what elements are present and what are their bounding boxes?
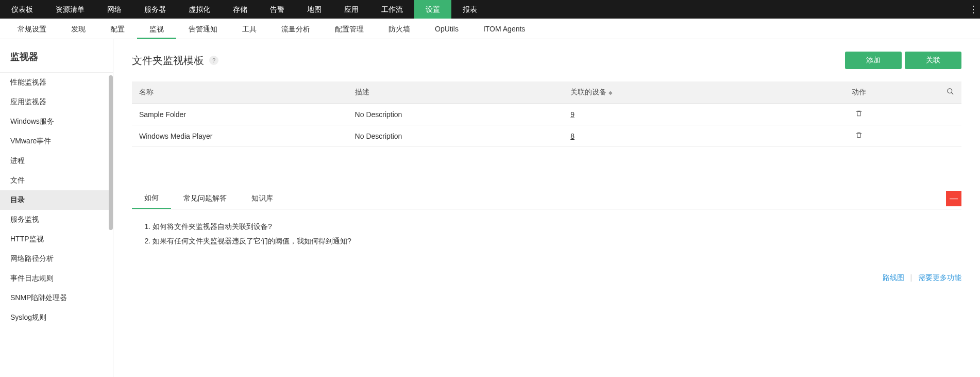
col-name[interactable]: 名称 [132, 81, 348, 104]
cell-name: Sample Folder [132, 104, 348, 125]
sub-nav-item[interactable]: 配置 [98, 19, 137, 39]
top-nav-item-settings[interactable]: 设置 [414, 0, 451, 19]
sub-nav-item[interactable]: 流量分析 [269, 19, 323, 39]
cell-name: Windows Media Player [132, 125, 348, 147]
top-nav-item[interactable]: 告警 [259, 0, 296, 19]
sidebar-item[interactable]: HTTP监视 [0, 230, 113, 249]
top-nav-item[interactable]: 地图 [296, 0, 333, 19]
sub-nav-item[interactable]: 配置管理 [323, 19, 376, 39]
roadmap-link[interactable]: 路线图 [883, 273, 904, 282]
sidebar-item[interactable]: VMware事件 [0, 132, 113, 151]
top-nav-item[interactable]: 应用 [333, 0, 370, 19]
top-nav-item[interactable]: 网络 [96, 0, 133, 19]
sidebar-item[interactable]: 文件 [0, 171, 113, 190]
more-icon[interactable]: ⋮ [969, 4, 978, 15]
sub-nav-item[interactable]: 工具 [230, 19, 269, 39]
col-action: 动作 [779, 81, 939, 104]
top-nav-item[interactable]: 工作流 [370, 0, 414, 19]
help-icon[interactable]: ? [209, 56, 218, 65]
col-desc[interactable]: 描述 [348, 81, 564, 104]
scrollbar[interactable] [109, 75, 113, 230]
device-count-link[interactable]: 8 [570, 132, 575, 140]
sidebar-item[interactable]: 网络路径分析 [0, 249, 113, 269]
separator: | [910, 273, 912, 282]
sidebar-item[interactable]: 服务监视 [0, 210, 113, 230]
search-icon[interactable] [947, 89, 954, 97]
sub-nav-item-monitor[interactable]: 监视 [137, 19, 176, 39]
col-devices[interactable]: 关联的设备◆ [563, 81, 779, 104]
sub-nav-item[interactable]: 发现 [59, 19, 98, 39]
table-row[interactable]: Sample Folder No Description 9 [132, 104, 961, 125]
sidebar-item[interactable]: 性能监视器 [0, 73, 113, 92]
sidebar-item[interactable]: 事件日志规则 [0, 269, 113, 288]
top-nav-item[interactable]: 仪表板 [0, 0, 44, 19]
sidebar-item[interactable]: Windows服务 [0, 112, 113, 132]
top-nav-item[interactable]: 资源清单 [44, 0, 96, 19]
top-nav-item[interactable]: 报表 [451, 0, 488, 19]
top-nav-item[interactable]: 虚拟化 [177, 0, 222, 19]
sub-nav-item[interactable]: OpUtils [423, 19, 471, 39]
associate-button[interactable]: 关联 [905, 52, 961, 69]
sidebar-item[interactable]: 应用监视器 [0, 92, 113, 112]
collapse-button[interactable]: — [946, 191, 961, 206]
svg-point-0 [948, 89, 952, 93]
device-count-link[interactable]: 9 [570, 110, 575, 119]
page-title: 文件夹监视模板 ? [132, 54, 218, 68]
more-features-link[interactable]: 需要更多功能 [918, 273, 961, 282]
sidebar: 监视器 性能监视器 应用监视器 Windows服务 VMware事件 进程 文件… [0, 39, 113, 377]
sidebar-title: 监视器 [0, 39, 113, 72]
top-nav-item[interactable]: 存储 [222, 0, 259, 19]
help-tab-faq[interactable]: 常见问题解答 [171, 189, 239, 208]
templates-table: 名称 描述 关联的设备◆ 动作 Sample Folder No Descrip… [132, 81, 961, 147]
sub-nav-item[interactable]: 告警通知 [176, 19, 230, 39]
sidebar-item[interactable]: 进程 [0, 151, 113, 171]
main-content: 文件夹监视模板 ? 添加 关联 名称 描述 关联的设备◆ 动作 [113, 39, 980, 377]
top-nav-item[interactable]: 服务器 [133, 0, 177, 19]
sort-icon: ◆ [609, 90, 613, 95]
sub-nav-item[interactable]: 防火墙 [376, 19, 423, 39]
add-button[interactable]: 添加 [845, 52, 902, 69]
svg-line-1 [951, 92, 953, 94]
delete-icon[interactable] [855, 110, 863, 119]
sub-nav-item[interactable]: 常规设置 [5, 19, 59, 39]
page-title-text: 文件夹监视模板 [132, 54, 204, 68]
footer-links: 路线图 | 需要更多功能 [132, 273, 961, 283]
sidebar-item[interactable]: SNMP陷阱处理器 [0, 288, 113, 308]
help-section: 如何 常见问题解答 知识库 — 如何将文件夹监视器自动关联到设备? 如果有任何文… [132, 188, 961, 283]
cell-desc: No Description [348, 125, 564, 147]
help-tab-kb[interactable]: 知识库 [239, 189, 285, 208]
sub-nav-item[interactable]: ITOM Agents [471, 19, 537, 39]
col-devices-label: 关联的设备 [570, 88, 606, 96]
sub-nav: 常规设置 发现 配置 监视 告警通知 工具 流量分析 配置管理 防火墙 OpUt… [0, 19, 980, 39]
delete-icon[interactable] [855, 132, 863, 140]
sidebar-item-directory[interactable]: 目录 [0, 190, 113, 210]
help-tab-howto[interactable]: 如何 [132, 188, 171, 209]
help-question[interactable]: 如何将文件夹监视器自动关联到设备? [153, 220, 956, 234]
cell-desc: No Description [348, 104, 564, 125]
top-nav: 仪表板 资源清单 网络 服务器 虚拟化 存储 告警 地图 应用 工作流 设置 报… [0, 0, 980, 19]
help-question[interactable]: 如果有任何文件夹监视器违反了它们的阈值，我如何得到通知? [153, 234, 956, 249]
sidebar-item[interactable]: Syslog规则 [0, 308, 113, 327]
table-row[interactable]: Windows Media Player No Description 8 [132, 125, 961, 147]
